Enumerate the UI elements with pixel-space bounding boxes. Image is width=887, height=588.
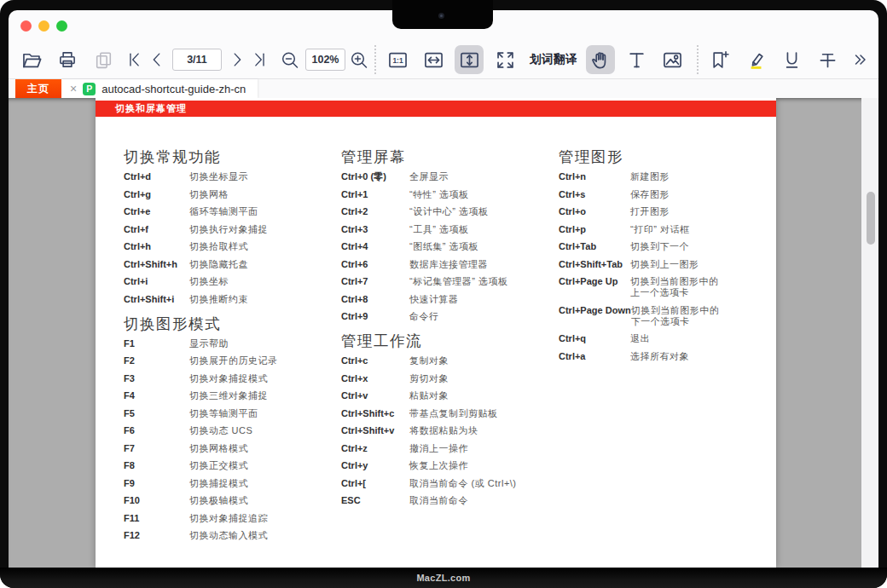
shortcut-section: 管理屏幕Ctrl+0 (零)全屏显示Ctrl+1“特性” 选项板Ctrl+2“设… — [341, 147, 554, 322]
shortcut-key: Ctrl+Shift+c — [341, 408, 409, 419]
print-button[interactable] — [53, 45, 82, 74]
shortcut-key: Ctrl+v — [341, 390, 409, 401]
shortcut-row: Ctrl+d切换坐标显示 — [124, 171, 337, 182]
shortcut-row: Ctrl+c复制对象 — [341, 355, 554, 366]
tab-document[interactable]: × P autocad-shortcut-guide-zh-cn — [61, 79, 258, 98]
shortcut-key: Ctrl+s — [559, 189, 630, 200]
shortcut-key: Ctrl+9 — [341, 311, 409, 322]
scrollbar-thumb[interactable] — [867, 192, 875, 245]
shortcut-description: 退出 — [630, 333, 726, 344]
fullscreen-icon — [494, 49, 517, 72]
laptop-frame: 1:1 划词翻译 — [0, 0, 887, 588]
shortcut-key: Ctrl+1 — [341, 189, 409, 200]
pdf-file-badge: P — [83, 83, 96, 95]
first-page-button[interactable] — [125, 45, 145, 74]
toolbar-separator — [697, 45, 699, 74]
shortcut-key: Ctrl+[ — [341, 478, 409, 489]
previous-page-icon — [148, 50, 166, 69]
actual-size-button[interactable]: 1:1 — [383, 45, 412, 74]
shortcut-key: Ctrl+0 (零) — [341, 171, 409, 182]
shortcut-row: Ctrl+x剪切对象 — [341, 373, 554, 384]
shortcut-row: Ctrl+s保存图形 — [559, 189, 755, 200]
shortcut-row: Ctrl+Shift+Tab切换到上一图形 — [559, 259, 755, 270]
shortcut-description: 数据库连接管理器 — [409, 259, 554, 270]
document-tab-title: autocad-shortcut-guide-zh-cn — [101, 83, 246, 95]
previous-page-button[interactable] — [147, 45, 167, 74]
shortcut-description: 快速计算器 — [409, 294, 554, 305]
shortcut-key: F8 — [124, 460, 189, 471]
strikethrough-button[interactable] — [813, 45, 842, 74]
shortcut-row: Ctrl+Page Up切换到当前图形中的上一个选项卡 — [559, 276, 755, 298]
minimize-window-button[interactable] — [38, 20, 49, 32]
shortcut-row: Ctrl+v粘贴对象 — [341, 390, 554, 401]
shortcut-row: Ctrl+f切换执行对象捕捉 — [124, 224, 337, 235]
open-file-button[interactable] — [17, 45, 46, 74]
shortcut-key: Ctrl+3 — [341, 224, 409, 235]
add-bookmark-button[interactable] — [705, 45, 734, 74]
fullscreen-button[interactable] — [490, 45, 519, 74]
image-tool-button[interactable] — [658, 45, 687, 74]
fullscreen-window-button[interactable] — [56, 20, 67, 32]
shortcut-section: 管理工作流Ctrl+c复制对象Ctrl+x剪切对象Ctrl+v粘贴对象Ctrl+… — [341, 331, 554, 506]
shortcut-row: F3切换对象捕捉模式 — [124, 373, 337, 384]
more-tools-button[interactable] — [849, 45, 870, 74]
shortcut-description: 选择所有对象 — [630, 351, 726, 362]
shortcut-key: F3 — [124, 373, 189, 384]
shortcut-key: Ctrl+7 — [341, 276, 409, 287]
page-banner: 切换和屏幕管理 — [96, 101, 776, 117]
scrollbar-track[interactable] — [861, 98, 878, 568]
word-translate-button[interactable]: 划词翻译 — [530, 52, 577, 67]
close-tab-icon[interactable]: × — [70, 83, 77, 95]
fit-height-button[interactable] — [455, 45, 484, 74]
hand-tool-button[interactable] — [586, 45, 615, 74]
fit-width-button[interactable] — [419, 45, 448, 74]
shortcut-key: Ctrl+x — [341, 373, 409, 384]
app-window: 1:1 划词翻译 — [9, 10, 878, 568]
text-tool-button[interactable] — [622, 45, 651, 74]
shortcut-description: 切换到下一个 — [630, 241, 726, 252]
copy-button[interactable] — [89, 45, 118, 74]
zoom-level-input[interactable] — [305, 49, 345, 71]
shortcut-key: Ctrl+4 — [341, 241, 409, 252]
print-icon — [56, 49, 78, 71]
underline-button[interactable] — [777, 45, 806, 74]
shortcut-key: Ctrl+y — [341, 460, 409, 471]
shortcut-section: 管理图形Ctrl+n新建图形Ctrl+s保存图形Ctrl+o打开图形Ctrl+p… — [559, 147, 755, 362]
highlight-button[interactable] — [741, 45, 770, 74]
last-page-icon — [250, 50, 269, 69]
shortcut-description: 切换等轴测平面 — [189, 408, 334, 419]
image-tool-icon — [661, 49, 684, 72]
zoom-out-button[interactable] — [280, 45, 300, 74]
shortcut-key: F6 — [124, 425, 189, 436]
actual-size-icon: 1:1 — [386, 49, 409, 72]
first-page-icon — [125, 50, 144, 69]
shortcut-section: 切换图形模式F1显示帮助F2切换展开的历史记录F3切换对象捕捉模式F4切换三维对… — [124, 314, 337, 542]
shortcut-key: Ctrl+8 — [341, 294, 409, 305]
document-viewport[interactable]: 切换和屏幕管理 切换常规功能Ctrl+d切换坐标显示Ctrl+g切换网格Ctrl… — [9, 98, 878, 568]
shortcut-key: Ctrl+i — [124, 276, 189, 287]
shortcut-key: Ctrl+e — [124, 206, 189, 217]
shortcut-row: F8切换正交模式 — [124, 460, 337, 471]
shortcut-key: F2 — [124, 355, 189, 366]
page-number-input[interactable] — [172, 49, 222, 71]
tab-home[interactable]: 主页 — [15, 79, 61, 98]
shortcut-description: “图纸集” 选项板 — [409, 241, 554, 252]
shortcut-key: F4 — [124, 390, 189, 401]
last-page-button[interactable] — [249, 45, 270, 74]
shortcut-row: F6切换动态 UCS — [124, 425, 337, 436]
shortcut-row: Ctrl+y恢复上次操作 — [341, 460, 554, 471]
close-window-button[interactable] — [20, 20, 32, 32]
shortcut-description: 切换拾取样式 — [189, 241, 334, 252]
hand-tool-icon — [589, 49, 612, 72]
shortcut-row: Ctrl+o打开图形 — [559, 206, 755, 217]
next-page-button[interactable] — [227, 45, 247, 74]
shortcut-row: Ctrl+a选择所有对象 — [559, 351, 755, 362]
shortcut-key: Ctrl+d — [124, 171, 189, 182]
zoom-in-button[interactable] — [349, 45, 369, 74]
shortcut-description: 切换网格 — [189, 189, 334, 200]
shortcut-row: Ctrl+8快速计算器 — [341, 294, 554, 305]
camera-icon — [438, 13, 444, 19]
shortcut-row: Ctrl+4“图纸集” 选项板 — [341, 241, 554, 252]
window-controls — [20, 20, 67, 32]
shortcut-row: Ctrl+Shift+v将数据粘贴为块 — [341, 425, 554, 436]
